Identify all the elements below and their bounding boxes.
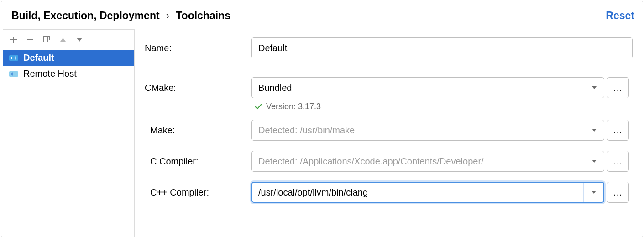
chevron-down-icon [584,151,604,171]
make-placeholder: Detected: /usr/bin/make [258,125,355,136]
toolchain-item-remote[interactable]: Remote Host [3,66,134,82]
cc-combo[interactable]: Detected: /Applications/Xcode.app/Conten… [251,151,604,172]
toolchain-list: Default Remote Host [3,50,134,237]
name-label: Name: [145,43,249,53]
add-button[interactable] [6,33,21,46]
breadcrumb: Build, Execution, Deployment › Toolchain… [11,10,230,22]
toolchain-sidebar: Default Remote Host [3,29,135,237]
move-up-button[interactable] [55,33,71,46]
toolchain-remote-icon [9,70,19,78]
move-down-button[interactable] [72,33,87,46]
breadcrumb-sep: › [166,10,170,22]
sidebar-toolbar [3,30,134,50]
make-browse-button[interactable]: ... [607,120,629,141]
make-combo[interactable]: Detected: /usr/bin/make [251,120,604,141]
triangle-down-icon [76,36,83,43]
minus-icon [26,36,34,44]
remove-button[interactable] [22,33,38,46]
cxx-label: C++ Compiler: [145,187,249,198]
cmake-status: Version: 3.17.3 [254,102,604,111]
cmake-browse-button[interactable]: ... [607,77,629,98]
toolchain-item-label: Remote Host [23,69,77,79]
triangle-up-icon [59,36,67,43]
cxx-value: /usr/local/opt/llvm/bin/clang [258,187,368,198]
copy-button[interactable] [39,33,54,46]
cc-placeholder: Detected: /Applications/Xcode.app/Conten… [258,156,484,167]
breadcrumb-parent[interactable]: Build, Execution, Deployment [11,10,160,22]
reset-button[interactable]: Reset [606,10,634,22]
chevron-down-icon [584,78,604,98]
svg-rect-0 [27,39,33,40]
svg-rect-1 [43,37,48,42]
cmake-combo[interactable]: Bundled [251,77,604,98]
cmake-label: CMake: [145,83,249,93]
divider [145,68,633,68]
svg-rect-3 [49,36,50,40]
toolchain-item-label: Default [23,53,54,63]
check-icon [254,103,262,111]
toolchain-default-icon [9,54,19,62]
chevron-down-icon [583,183,603,202]
breadcrumb-current: Toolchains [176,10,230,22]
make-label: Make: [145,125,249,136]
cxx-browse-button[interactable]: ... [607,182,629,203]
toolchain-item-default[interactable]: Default [3,50,134,66]
cmake-value: Bundled [258,83,292,93]
copy-icon [42,35,51,44]
toolchain-form: Name: CMake: Bundled ... Version: 3 [135,29,643,237]
cc-label: C Compiler: [145,156,249,167]
name-field[interactable] [251,37,633,58]
chevron-down-icon [584,120,604,140]
cxx-combo[interactable]: /usr/local/opt/llvm/bin/clang [251,182,604,203]
plus-icon [10,36,18,44]
cc-browse-button[interactable]: ... [607,151,629,172]
